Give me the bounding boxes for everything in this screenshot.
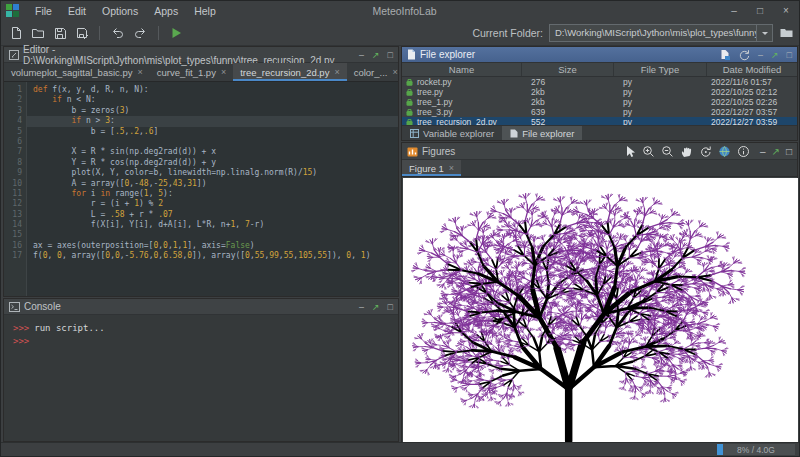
column-header-date-modified[interactable]: Date Modified bbox=[707, 63, 797, 76]
app-logo-icon bbox=[6, 4, 19, 17]
tab-figure-1[interactable]: Figure 1 × bbox=[402, 160, 461, 176]
minimize-panel-icon[interactable]: – bbox=[758, 50, 763, 60]
menu-apps[interactable]: Apps bbox=[146, 3, 186, 19]
column-header-size[interactable]: Size bbox=[522, 63, 614, 76]
table-row[interactable]: tree_3.py639py2022/12/27 03:57 bbox=[402, 107, 797, 117]
file-type: py bbox=[614, 97, 707, 107]
close-icon[interactable]: × bbox=[334, 67, 339, 77]
console-output[interactable]: >>>run script...>>> bbox=[4, 315, 398, 355]
float-panel-icon[interactable]: ↗ bbox=[372, 50, 380, 60]
window-close-button[interactable]: × bbox=[773, 1, 799, 20]
code-line[interactable]: b = zeros(3) bbox=[33, 106, 398, 116]
identify-icon[interactable] bbox=[737, 145, 750, 158]
minimize-panel-icon[interactable]: – bbox=[760, 146, 766, 157]
menu-file[interactable]: File bbox=[27, 3, 60, 19]
code-line[interactable]: A = array([0,-48,-25,43,31]) bbox=[33, 179, 398, 189]
editor-panel: Editor - D:\Working\MIScript\Jython\mis\… bbox=[3, 46, 399, 297]
new-file-small-icon[interactable] bbox=[720, 49, 730, 60]
editor-tab[interactable]: color_...× bbox=[347, 63, 405, 81]
file-size: 2kb bbox=[522, 87, 614, 97]
editor-tab[interactable]: curve_fit_1.py× bbox=[150, 63, 233, 81]
table-row[interactable]: tree_1.py2kbpy2022/10/25 02:26 bbox=[402, 97, 797, 107]
browse-folder-icon[interactable] bbox=[779, 26, 794, 39]
minimize-panel-icon[interactable]: – bbox=[359, 302, 364, 312]
line-number: 16 bbox=[4, 241, 22, 251]
code-line[interactable]: f(0, 0, array([0,0,-5.76,0,6.58,0]), arr… bbox=[33, 251, 398, 261]
code-line[interactable]: L = .58 + r * .07 bbox=[33, 210, 398, 220]
save-as-icon[interactable] bbox=[75, 26, 89, 40]
close-icon[interactable]: × bbox=[137, 67, 142, 77]
undo-icon[interactable] bbox=[110, 25, 125, 40]
zoom-out-icon[interactable] bbox=[661, 145, 674, 158]
open-file-icon[interactable] bbox=[31, 26, 45, 40]
column-header-name[interactable]: Name bbox=[402, 63, 522, 76]
code-line[interactable]: ax = axes(outerposition=[0,0,1,1], axis=… bbox=[33, 241, 398, 251]
code-line[interactable]: X = R * sin(np.deg2rad(d)) + x bbox=[33, 147, 398, 157]
float-panel-icon[interactable]: ↗ bbox=[771, 50, 779, 60]
float-panel-icon[interactable]: ↗ bbox=[772, 146, 780, 157]
editor-panel-header: Editor - D:\Working\MIScript\Jython\mis\… bbox=[4, 47, 398, 63]
redo-icon[interactable] bbox=[133, 25, 148, 40]
refresh-icon[interactable] bbox=[738, 49, 750, 61]
code-line[interactable]: def f(x, y, d, R, n, N): bbox=[33, 85, 398, 95]
memory-indicator[interactable]: 8% / 4.0G bbox=[717, 444, 795, 455]
python-file-icon bbox=[405, 88, 414, 97]
close-icon[interactable]: × bbox=[221, 67, 226, 77]
code-line[interactable]: b = [.5,.2,.6] bbox=[33, 127, 398, 137]
terminal-icon bbox=[9, 302, 20, 312]
table-row[interactable]: rocket.py276py2022/11/6 01:57 bbox=[402, 77, 797, 87]
window-minimize-button[interactable]: – bbox=[721, 1, 747, 20]
run-script-icon[interactable] bbox=[169, 26, 183, 40]
minimize-panel-icon[interactable]: – bbox=[359, 50, 364, 60]
zoom-in-icon[interactable] bbox=[642, 145, 655, 158]
globe-icon[interactable] bbox=[718, 145, 731, 158]
editor-tab[interactable]: volumeplot_sagittal_basic.py× bbox=[4, 63, 150, 81]
line-number: 8 bbox=[4, 158, 22, 168]
editor-code[interactable]: def f(x, y, d, R, n, N): if n < N: b = z… bbox=[27, 82, 398, 296]
table-row[interactable]: tree.py2kbpy2022/10/25 02:12 bbox=[402, 87, 797, 97]
code-line[interactable] bbox=[33, 137, 398, 147]
figure-canvas[interactable] bbox=[403, 178, 798, 444]
code-line[interactable]: if n < N: bbox=[33, 95, 398, 105]
tab-variable-explorer[interactable]: Variable explorer bbox=[402, 126, 502, 140]
new-file-icon[interactable] bbox=[9, 26, 23, 40]
maximize-panel-icon[interactable]: □ bbox=[786, 146, 792, 157]
code-line[interactable] bbox=[33, 230, 398, 240]
close-icon[interactable]: × bbox=[392, 67, 397, 77]
maximize-panel-icon[interactable]: □ bbox=[787, 50, 792, 60]
figure-area[interactable] bbox=[403, 178, 796, 442]
file-name: rocket.py bbox=[417, 77, 452, 87]
save-icon[interactable] bbox=[53, 26, 67, 40]
window-maximize-button[interactable]: □ bbox=[747, 1, 773, 20]
code-line[interactable]: if n > 3: bbox=[27, 116, 398, 126]
console-prompt: >>> bbox=[13, 336, 29, 346]
menu-help[interactable]: Help bbox=[186, 3, 224, 19]
menu-bar: FileEditOptionsAppsHelp MeteoInfoLab – □… bbox=[1, 1, 799, 20]
code-line[interactable]: f(X[i], Y[i], d+A[i], L*R, n+1, 7-r) bbox=[33, 220, 398, 230]
float-panel-icon[interactable]: ↗ bbox=[372, 302, 380, 312]
current-folder-combobox[interactable]: D:\Working\MIScript\Jython\mis\plot_type… bbox=[549, 24, 773, 42]
pan-hand-icon[interactable] bbox=[680, 145, 693, 158]
line-number: 13 bbox=[4, 210, 22, 220]
code-line[interactable]: r = (i + 1) % 2 bbox=[33, 199, 398, 209]
code-line[interactable]: plot(X, Y, color=b, linewidth=np.linalg.… bbox=[33, 168, 398, 178]
code-editor[interactable]: 1234567891011121314151617 def f(x, y, d,… bbox=[4, 82, 398, 296]
menu-options[interactable]: Options bbox=[94, 3, 146, 19]
column-header-file-type[interactable]: File Type bbox=[614, 63, 707, 76]
tab-file-explorer[interactable]: File explorer bbox=[502, 126, 582, 140]
line-number: 11 bbox=[4, 189, 22, 199]
editor-gutter: 1234567891011121314151617 bbox=[4, 82, 27, 296]
maximize-panel-icon[interactable]: □ bbox=[388, 302, 393, 312]
rotate-icon[interactable] bbox=[699, 145, 712, 158]
menu-edit[interactable]: Edit bbox=[60, 3, 94, 19]
select-tool-icon[interactable] bbox=[624, 145, 636, 158]
memory-fill bbox=[717, 444, 723, 455]
chevron-down-icon[interactable] bbox=[756, 25, 772, 41]
code-line[interactable]: for i in range(1, 5): bbox=[33, 189, 398, 199]
figures-panel-header: Figures – ↗ □ bbox=[402, 143, 797, 160]
code-line[interactable]: Y = R * cos(np.deg2rad(d)) + y bbox=[33, 158, 398, 168]
maximize-panel-icon[interactable]: □ bbox=[388, 50, 393, 60]
editor-tab-label: volumeplot_sagittal_basic.py bbox=[11, 67, 132, 78]
close-icon[interactable]: × bbox=[449, 163, 454, 173]
editor-tab[interactable]: tree_recursion_2d.py× bbox=[233, 63, 347, 81]
